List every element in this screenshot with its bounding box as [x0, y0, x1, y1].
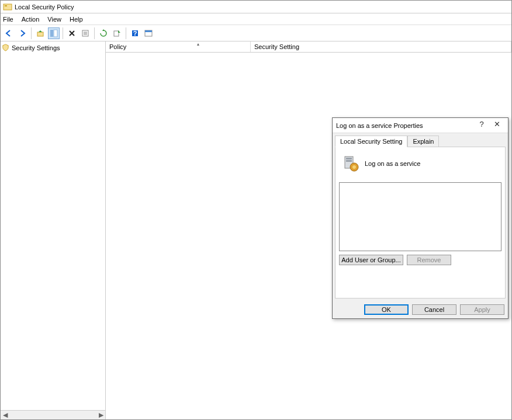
dialog-close-button[interactable]: ✕ [489, 120, 504, 131]
svg-rect-16 [346, 160, 352, 162]
tree-root[interactable]: Security Settings [1, 43, 105, 53]
menubar: File Action View Help [1, 13, 511, 25]
toolbar: ? [1, 25, 511, 41]
tree-root-label: Security Settings [12, 44, 60, 51]
dialog-help-button[interactable]: ? [474, 120, 489, 131]
properties-dialog: Log on as a service Properties ? ✕ Local… [332, 117, 508, 319]
svg-rect-4 [54, 30, 57, 37]
window-title: Local Security Policy [15, 4, 74, 11]
dialog-title: Log on as a service Properties [336, 122, 474, 129]
service-icon [341, 154, 360, 173]
tab-explain[interactable]: Explain [407, 136, 439, 147]
svg-point-18 [352, 165, 356, 169]
tree-pane[interactable]: Security Settings ◀▶ [1, 41, 106, 419]
col-policy[interactable]: Policy [106, 41, 251, 52]
list-header[interactable]: Policy Security Setting ▴ [106, 41, 511, 53]
svg-rect-13 [145, 30, 152, 32]
dialog-tabs: Local Security Setting Explain [333, 133, 508, 147]
refresh-button[interactable] [98, 27, 109, 39]
svg-rect-15 [346, 158, 352, 159]
menu-action[interactable]: Action [22, 16, 40, 23]
dialog-titlebar[interactable]: Log on as a service Properties ? ✕ [333, 118, 508, 133]
remove-button[interactable]: Remove [407, 255, 451, 265]
svg-rect-2 [37, 32, 43, 36]
properties-button[interactable] [79, 27, 91, 39]
svg-rect-1 [5, 5, 7, 6]
svg-text:?: ? [133, 30, 137, 37]
group-policy-button[interactable] [143, 27, 154, 39]
dialog-footer: OK Cancel Apply [333, 301, 508, 318]
app-icon [3, 2, 12, 12]
svg-rect-0 [4, 4, 12, 10]
col-setting[interactable]: Security Setting [251, 41, 511, 52]
titlebar[interactable]: Local Security Policy [1, 1, 511, 13]
tree-h-scrollbar[interactable]: ◀▶ [1, 410, 105, 419]
accounts-listbox[interactable] [339, 182, 501, 251]
dialog-heading: Log on as a service [365, 160, 420, 167]
menu-file[interactable]: File [3, 16, 13, 23]
menu-help[interactable]: Help [70, 16, 83, 23]
svg-rect-3 [50, 30, 53, 37]
forward-button[interactable] [16, 27, 28, 39]
add-user-or-group-button[interactable]: Add User or Group... [339, 255, 403, 265]
show-tree-button[interactable] [48, 27, 60, 39]
help-button[interactable]: ? [129, 27, 141, 39]
apply-button[interactable]: Apply [460, 304, 504, 315]
back-button[interactable] [3, 27, 15, 39]
menu-view[interactable]: View [47, 16, 61, 23]
shield-icon [2, 44, 10, 52]
tab-local-security-setting[interactable]: Local Security Setting [335, 136, 407, 147]
svg-rect-9 [114, 31, 119, 36]
cancel-button[interactable]: Cancel [412, 304, 456, 315]
up-button[interactable] [34, 27, 46, 39]
ok-button[interactable]: OK [364, 304, 409, 315]
export-button[interactable] [111, 27, 123, 39]
dialog-body: Log on as a service Add User or Group...… [335, 147, 506, 298]
sort-indicator-icon: ▴ [197, 41, 199, 47]
delete-button[interactable] [66, 27, 78, 39]
